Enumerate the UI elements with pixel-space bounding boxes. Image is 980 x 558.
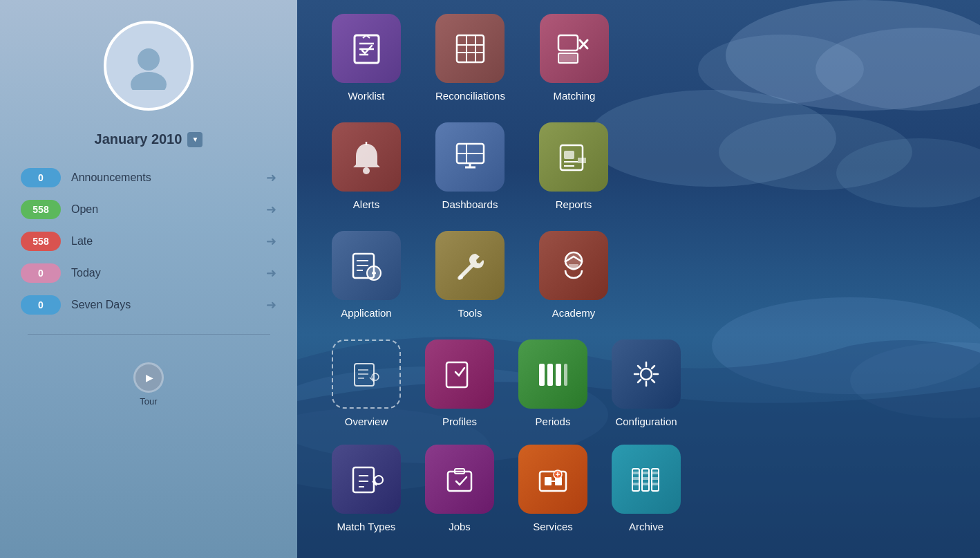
archive-label: Archive: [629, 521, 663, 532]
announcements-badge: 0: [21, 168, 61, 187]
svg-rect-49: [539, 364, 545, 386]
jobs-label: Jobs: [449, 521, 471, 532]
svg-rect-31: [564, 151, 574, 159]
today-badge: 0: [21, 263, 61, 283]
open-label: Open: [71, 203, 266, 216]
academy-icon: [539, 231, 608, 300]
open-badge: 558: [21, 200, 61, 219]
periods-icon: [518, 340, 587, 409]
tour-section[interactable]: Tour: [133, 362, 164, 407]
app-periods[interactable]: Periods: [518, 340, 587, 427]
main-content: Worklist Reconciliations: [297, 0, 980, 558]
svg-rect-16: [457, 35, 484, 62]
month-dropdown-button[interactable]: [187, 132, 202, 147]
worklist-label: Worklist: [348, 90, 384, 102]
stat-item-today[interactable]: 0 Today ➜: [21, 263, 276, 283]
services-label: Services: [533, 521, 573, 532]
open-arrow[interactable]: ➜: [266, 202, 276, 217]
svg-point-1: [131, 72, 167, 90]
svg-rect-65: [632, 477, 639, 480]
stat-item-seven-days[interactable]: 0 Seven Days ➜: [21, 295, 276, 315]
app-archive[interactable]: Archive: [612, 445, 681, 532]
svg-rect-68: [642, 472, 649, 474]
sidebar-divider: [28, 334, 270, 335]
periods-label: Periods: [536, 416, 571, 427]
dashboards-label: Dashboards: [442, 198, 498, 210]
svg-rect-70: [642, 483, 649, 485]
svg-rect-74: [652, 483, 659, 485]
today-arrow[interactable]: ➜: [266, 266, 276, 281]
overview-icon: [332, 340, 401, 409]
stat-item-announcements[interactable]: 0 Announcements ➜: [21, 168, 276, 187]
app-configuration[interactable]: Configuration: [612, 340, 681, 427]
app-overview[interactable]: Overview: [332, 340, 401, 427]
match-types-icon: [332, 445, 401, 514]
late-label: Late: [71, 235, 266, 248]
stat-item-open[interactable]: 558 Open ➜: [21, 200, 276, 219]
svg-rect-54: [353, 467, 374, 492]
application-label: Application: [341, 307, 391, 319]
svg-rect-73: [652, 477, 659, 480]
reports-icon: [539, 122, 608, 192]
late-arrow[interactable]: ➜: [266, 234, 276, 249]
app-profiles[interactable]: Profiles: [425, 340, 494, 427]
svg-rect-72: [652, 472, 659, 474]
month-selector[interactable]: January 2010: [95, 131, 203, 147]
profiles-icon: [425, 340, 494, 409]
seven-days-label: Seven Days: [71, 299, 266, 311]
svg-rect-50: [547, 364, 553, 386]
app-worklist[interactable]: Worklist: [332, 14, 401, 102]
app-application[interactable]: Application: [332, 231, 401, 319]
avatar: [104, 21, 194, 111]
svg-rect-64: [632, 472, 639, 474]
tour-label: Tour: [140, 396, 157, 407]
seven-days-arrow[interactable]: ➜: [266, 297, 276, 313]
matching-icon: [540, 14, 609, 83]
month-label: January 2010: [95, 131, 182, 147]
late-badge: 558: [21, 232, 61, 251]
announcements-arrow[interactable]: ➜: [266, 170, 276, 185]
svg-point-42: [459, 275, 463, 279]
stat-item-late[interactable]: 558 Late ➜: [21, 232, 276, 251]
app-jobs[interactable]: Jobs: [425, 445, 494, 532]
app-matching[interactable]: Matching: [540, 14, 609, 102]
svg-rect-44: [355, 364, 374, 386]
tour-button[interactable]: [133, 362, 164, 393]
svg-rect-21: [558, 35, 578, 50]
sidebar: January 2010 0 Announcements ➜ 558 Open …: [0, 0, 297, 558]
jobs-icon: [425, 445, 494, 514]
alerts-icon: [332, 122, 401, 192]
services-icon: [518, 445, 587, 514]
svg-rect-34: [578, 158, 586, 163]
app-dashboards[interactable]: Dashboards: [435, 122, 505, 210]
configuration-icon: [612, 340, 681, 409]
configuration-label: Configuration: [615, 416, 677, 427]
svg-rect-58: [545, 477, 552, 485]
stats-list: 0 Announcements ➜ 558 Open ➜ 558 Late ➜ …: [14, 168, 283, 327]
reports-label: Reports: [556, 198, 592, 210]
app-tools[interactable]: Tools: [435, 231, 505, 319]
tools-label: Tools: [458, 307, 482, 319]
app-match-types[interactable]: Match Types: [332, 445, 401, 532]
svg-rect-22: [558, 53, 578, 63]
reconciliations-label: Reconciliations: [435, 90, 505, 102]
app-alerts[interactable]: Alerts: [332, 122, 401, 210]
app-academy[interactable]: Academy: [539, 231, 608, 319]
today-label: Today: [71, 267, 266, 279]
archive-icon: [612, 445, 681, 514]
app-services[interactable]: Services: [518, 445, 587, 532]
app-reports[interactable]: Reports: [539, 122, 608, 210]
svg-point-0: [138, 48, 160, 71]
academy-label: Academy: [552, 307, 596, 319]
reconciliations-icon: [435, 14, 505, 83]
profiles-label: Profiles: [442, 416, 477, 427]
svg-rect-52: [564, 364, 567, 386]
application-icon: [332, 231, 401, 300]
seven-days-badge: 0: [21, 295, 61, 315]
app-reconciliations[interactable]: Reconciliations: [435, 14, 505, 102]
match-types-label: Match Types: [337, 521, 396, 532]
svg-point-23: [363, 167, 370, 174]
worklist-icon: [332, 14, 401, 83]
announcements-label: Announcements: [71, 171, 266, 184]
overview-label: Overview: [345, 416, 388, 427]
